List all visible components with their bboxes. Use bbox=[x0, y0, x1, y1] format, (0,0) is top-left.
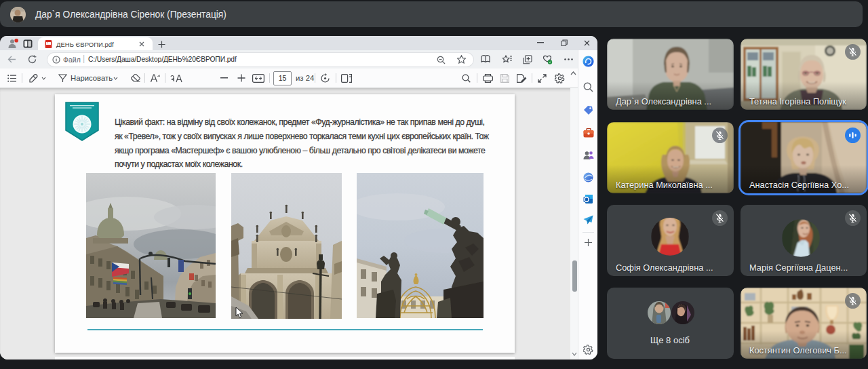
svg-text:Ще 8 осіб: Ще 8 осіб bbox=[650, 335, 690, 345]
